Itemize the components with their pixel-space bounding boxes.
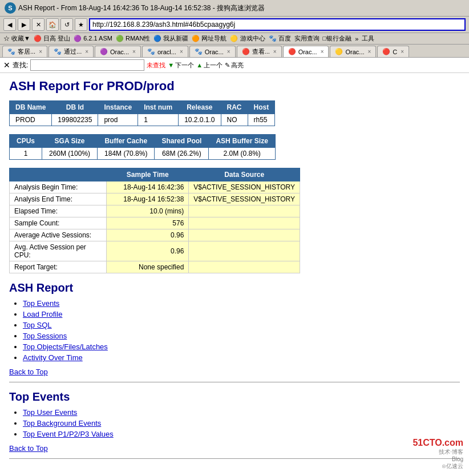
bm-1[interactable]: 🔴 日高 登山 — [34, 34, 70, 43]
toc-item: Activity Over Time — [23, 353, 460, 362]
ash-buffer-size-cell: 2.0M (0.8%) — [209, 148, 275, 160]
bm-3[interactable]: 🟢 RMAN性 — [116, 34, 150, 43]
db-info-header-host: Host — [248, 101, 275, 114]
analysis-row: Analysis Begin Time: 18-Aug-14 16:42:36 … — [10, 181, 300, 193]
tab-1[interactable]: 🐾客居...× — [2, 46, 47, 57]
search-bar: ✕ 查找: 未查找 ▼ 下一个 ▲ 上一个 ✎ 高亮 — [0, 58, 469, 73]
analysis-sample-time-header: Sample Time — [107, 168, 189, 181]
forward-button[interactable]: ▶ — [18, 18, 30, 31]
bm-5[interactable]: 🟠 网址导航 — [192, 34, 227, 43]
analysis-row: Sample Count: 576 — [10, 217, 300, 229]
analysis-label: Analysis Begin Time: — [10, 181, 107, 193]
bm-more[interactable]: » — [355, 35, 358, 42]
toc-link[interactable]: Top Objects/Files/Latches — [23, 342, 108, 351]
search-prev-button[interactable]: ▲ 上一个 — [196, 61, 223, 70]
toc-link[interactable]: Top SQL — [23, 321, 52, 329]
back-button[interactable]: ◀ — [3, 18, 16, 31]
rac-cell: NO — [221, 114, 248, 126]
analysis-row: Elapsed Time: 10.0 (mins) — [10, 205, 300, 217]
db-info-header-instance: Instance — [98, 101, 138, 114]
sga-header-sharedpool: Shared Pool — [155, 135, 209, 148]
tab-9[interactable]: 🔴C× — [377, 46, 409, 57]
analysis-value: None specified — [107, 261, 189, 273]
search-input[interactable] — [30, 59, 144, 71]
bm-7[interactable]: 🐾 百度 — [269, 34, 291, 43]
divider-2 — [9, 458, 460, 459]
db-name-cell: PROD — [10, 114, 52, 126]
toc-link[interactable]: Top Sessions — [23, 332, 67, 340]
favorites-button[interactable]: ★ — [75, 18, 87, 31]
bm-8[interactable]: 实用查询 — [294, 34, 320, 43]
toc-link[interactable]: Load Profile — [23, 310, 62, 318]
back-to-top-link-1[interactable]: Back to Top — [9, 368, 460, 376]
analysis-label: Elapsed Time: — [10, 205, 107, 217]
tab-5[interactable]: 🐾Orac...× — [189, 46, 236, 57]
bm-tools[interactable]: 工具 — [362, 34, 374, 43]
toc-link[interactable]: Top Event P1/P2/P3 Values — [23, 430, 114, 438]
sga-info-table: CPUs SGA Size Buffer Cache Shared Pool A… — [9, 134, 276, 160]
sga-header-sgasize: SGA Size — [42, 135, 98, 148]
db-info-header-instnum: Inst num — [138, 101, 179, 114]
page-title: ASH Report For PROD/prod — [9, 79, 460, 94]
db-info-row: PROD 199802235 prod 1 10.2.0.1.0 NO rh55 — [10, 114, 275, 126]
tab-6[interactable]: 🔴查看...× — [237, 46, 282, 57]
close-search-button[interactable]: ✕ — [3, 60, 10, 70]
toc-item: Load Profile — [23, 310, 460, 318]
bm-favorites[interactable]: ☆ 收藏▼ — [3, 34, 30, 43]
tab-7[interactable]: 🔴Orac...× — [283, 46, 329, 57]
divider-1 — [9, 382, 460, 382]
analysis-value: 18-Aug-14 16:52:38 — [107, 193, 189, 205]
toc-item: Top Event P1/P2/P3 Values — [23, 430, 460, 438]
db-info-header-dbid: DB Id — [52, 101, 98, 114]
analysis-row: Analysis End Time: 18-Aug-14 16:52:38 V$… — [10, 193, 300, 205]
stop-button[interactable]: ✕ — [32, 18, 45, 31]
sga-header-cpus: CPUs — [10, 135, 42, 148]
ash-report-toc: Top EventsLoad ProfileTop SQLTop Session… — [23, 299, 460, 362]
analysis-label: Report Target: — [10, 261, 107, 273]
back-to-top-link-2[interactable]: Back to Top — [9, 444, 460, 453]
search-highlight-button[interactable]: ✎ 高亮 — [225, 61, 244, 70]
address-input[interactable] — [89, 18, 466, 31]
toc-item: Top Background Events — [23, 419, 460, 427]
toc-link[interactable]: Top Events — [23, 299, 59, 308]
tab-3[interactable]: 🟣Orac...× — [95, 46, 141, 57]
analysis-data-source-header: Data Source — [189, 168, 300, 181]
instance-cell: prod — [98, 114, 138, 126]
db-info-header-release: Release — [179, 101, 221, 114]
tabs-bar: 🐾客居...× 🐾通过...× 🟣Orac...× 🐾oracl...× 🐾Or… — [0, 45, 469, 58]
bookmarks-bar: ☆ 收藏▼ 🔴 日高 登山 🟣 6.2.1 ASM 🟢 RMAN性 🔵 我从新疆… — [0, 33, 469, 45]
bm-4[interactable]: 🔵 我从新疆 — [153, 34, 188, 43]
nav-bar: ◀ ▶ ✕ 🏠 ↺ ★ — [0, 17, 469, 33]
analysis-ds — [189, 241, 300, 261]
ash-report-section-title: ASH Report — [9, 281, 460, 295]
search-next-button[interactable]: ▼ 下一个 — [168, 61, 194, 70]
refresh-button[interactable]: ↺ — [60, 18, 73, 31]
analysis-row: Report Target: None specified — [10, 261, 300, 273]
toc-item: Top Events — [23, 299, 460, 308]
analysis-value: 576 — [107, 217, 189, 229]
analysis-row: Avg. Active Session per CPU: 0.96 — [10, 241, 300, 261]
toc-item: Top User Events — [23, 408, 460, 417]
top-events-toc: Top User EventsTop Background EventsTop … — [23, 408, 460, 438]
toc-link[interactable]: Activity Over Time — [23, 353, 83, 362]
page-content: ASH Report For PROD/prod DB Name DB Id I… — [0, 73, 469, 468]
sga-header-ashbuffer: ASH Buffer Size — [209, 135, 275, 148]
bm-9[interactable]: □银行金融 — [323, 34, 352, 43]
tab-8[interactable]: 🟡Orac...× — [330, 46, 376, 57]
tab-4[interactable]: 🐾oracl...× — [142, 46, 188, 57]
sga-size-cell: 260M (100%) — [42, 148, 98, 160]
analysis-ds: V$ACTIVE_SESSION_HISTORY — [189, 193, 300, 205]
home-button[interactable]: 🏠 — [46, 18, 59, 31]
sga-info-row: 1 260M (100%) 184M (70.8%) 68M (26.2%) 2… — [10, 148, 276, 160]
analysis-value: 0.96 — [107, 241, 189, 261]
tab-2[interactable]: 🐾通过...× — [48, 46, 94, 57]
toc-link[interactable]: Top User Events — [23, 408, 77, 417]
host-cell: rh55 — [248, 114, 275, 126]
sga-header-buffercache: Buffer Cache — [98, 135, 155, 148]
bm-6[interactable]: 🟡 游戏中心 — [230, 34, 265, 43]
bm-2[interactable]: 🟣 6.2.1 ASM — [74, 35, 112, 42]
analysis-row: Average Active Sessions: 0.96 — [10, 229, 300, 241]
analysis-label: Avg. Active Session per CPU: — [10, 241, 107, 261]
toc-item: Top Objects/Files/Latches — [23, 342, 460, 351]
toc-link[interactable]: Top Background Events — [23, 419, 101, 427]
